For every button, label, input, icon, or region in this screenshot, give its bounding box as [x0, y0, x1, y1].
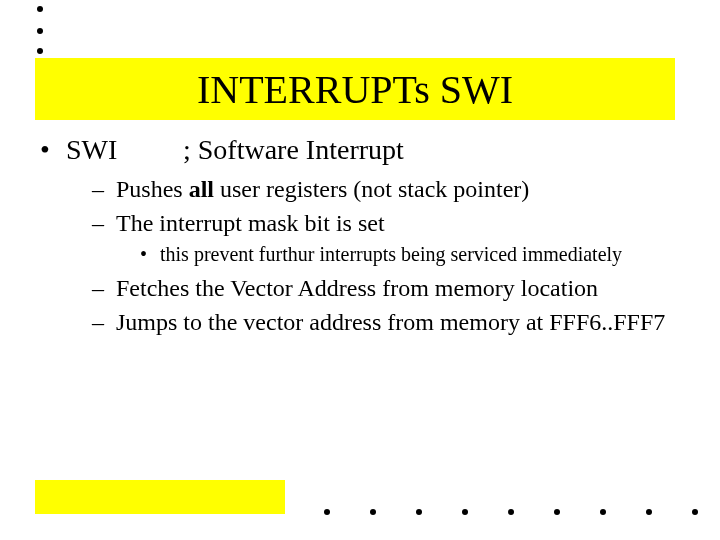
bullet-icon: •: [40, 134, 66, 166]
decorative-dot: [370, 509, 376, 515]
decorative-dot: [37, 28, 43, 34]
dash-icon: –: [92, 174, 116, 204]
footer-band: [35, 480, 285, 514]
decorative-dot: [508, 509, 514, 515]
lvl1-text: SWI ; Software Interrupt: [66, 134, 404, 166]
lvl2-a-bold: all: [189, 176, 214, 202]
lvl2-text: Jumps to the vector address from memory …: [116, 307, 665, 337]
dash-icon: –: [92, 307, 116, 337]
lvl2-a-pre: Pushes: [116, 176, 189, 202]
decorative-dot: [324, 509, 330, 515]
list-item: – The interrupt mask bit is set: [92, 208, 690, 238]
list-item: – Pushes all user registers (not stack p…: [92, 174, 690, 204]
lvl2-text: The interrupt mask bit is set: [116, 208, 385, 238]
lvl2-a-post: user registers (not stack pointer): [214, 176, 529, 202]
decorative-dot: [416, 509, 422, 515]
bullet-icon: •: [140, 242, 160, 267]
lvl1-comment: ; Software Interrupt: [183, 134, 404, 165]
list-item: – Jumps to the vector address from memor…: [92, 307, 690, 337]
decorative-dot: [600, 509, 606, 515]
title-band: INTERRUPTs SWI: [35, 58, 675, 120]
decorative-dot: [37, 6, 43, 12]
decorative-dot: [646, 509, 652, 515]
list-item: • this prevent furthur interrupts being …: [140, 242, 690, 267]
decorative-dot: [554, 509, 560, 515]
decorative-dot: [692, 509, 698, 515]
slide-title: INTERRUPTs SWI: [197, 66, 513, 113]
lvl3-text: this prevent furthur interrupts being se…: [160, 242, 622, 267]
list-item: • SWI ; Software Interrupt: [40, 134, 690, 166]
decorative-dot: [37, 48, 43, 54]
slide-body: • SWI ; Software Interrupt – Pushes all …: [40, 134, 690, 341]
dash-icon: –: [92, 273, 116, 303]
lvl1-label: SWI: [66, 134, 176, 166]
decorative-dot: [462, 509, 468, 515]
lvl2-text: Pushes all user registers (not stack poi…: [116, 174, 529, 204]
list-item: – Fetches the Vector Address from memory…: [92, 273, 690, 303]
dash-icon: –: [92, 208, 116, 238]
lvl2-text: Fetches the Vector Address from memory l…: [116, 273, 598, 303]
